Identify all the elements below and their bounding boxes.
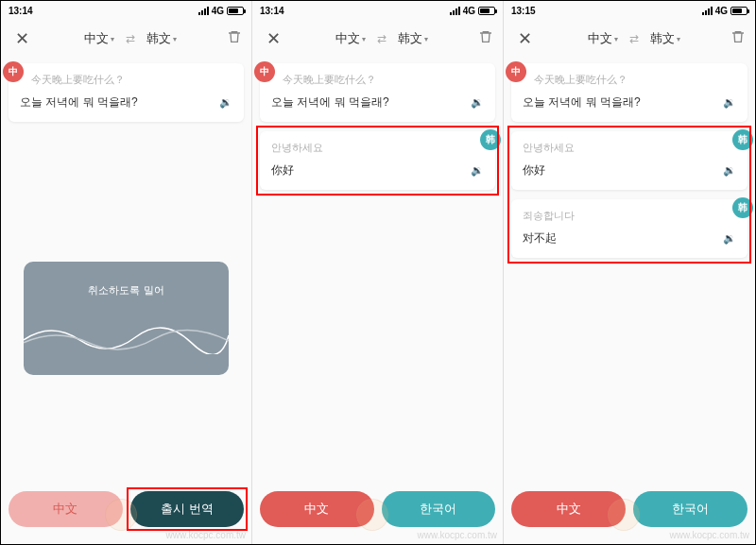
translation-row: 你好🔉	[523, 162, 736, 179]
close-icon[interactable]: ✕	[10, 24, 34, 54]
status-time: 13:14	[260, 6, 284, 16]
voice-cancel-label: 취소하도록 밀어	[88, 283, 163, 298]
translation-card[interactable]: 中今天晚上要吃什么？오늘 저녁에 뭐 먹을래?🔉	[511, 63, 747, 122]
swap-icon[interactable]: ⇄	[629, 32, 639, 45]
header: ✕中文▾⇄韩文▾	[504, 20, 755, 58]
translation-card[interactable]: 韩안녕하세요你好🔉	[511, 131, 747, 190]
trash-icon[interactable]	[227, 29, 242, 48]
speaker-icon[interactable]: 🔉	[723, 96, 736, 109]
source-text: 안녕하세요	[523, 141, 736, 155]
status-time: 13:14	[9, 6, 33, 16]
translation-row: 오늘 저녁에 뭐 먹을래?🔉	[523, 94, 736, 111]
translation-card[interactable]: 韩안녕하세요你好🔉	[260, 131, 495, 190]
chevron-down-icon: ▾	[111, 35, 114, 43]
watermark-logo	[608, 499, 640, 531]
status-right: 4G	[702, 6, 747, 16]
swap-icon[interactable]: ⇄	[126, 32, 135, 45]
lang-badge: 中	[3, 61, 24, 82]
network-label: 4G	[463, 6, 475, 16]
translation-row: 对不起🔉	[523, 230, 736, 247]
source-text: 今天晚上要吃什么？	[534, 73, 736, 87]
lang-to[interactable]: 韩文▾	[398, 30, 428, 47]
phone-screen: 13:144G✕中文▾⇄韩文▾中今天晚上要吃什么？오늘 저녁에 뭐 먹을래?🔉취…	[1, 1, 252, 544]
source-text: 今天晚上要吃什么？	[283, 73, 484, 87]
lang-badge: 中	[506, 61, 526, 82]
close-icon[interactable]: ✕	[262, 24, 285, 54]
lang-badge: 韩	[732, 129, 753, 150]
translation-card[interactable]: 中今天晚上要吃什么？오늘 저녁에 뭐 먹을래?🔉	[260, 63, 495, 122]
lang-badge: 韩	[732, 197, 753, 218]
swap-icon[interactable]: ⇄	[377, 32, 387, 45]
chevron-down-icon: ▾	[362, 35, 366, 43]
signal-icon	[198, 7, 209, 15]
chevron-down-icon: ▾	[173, 35, 177, 43]
speaker-icon[interactable]: 🔉	[723, 164, 736, 177]
translation-row: 오늘 저녁에 뭐 먹을래?🔉	[271, 94, 484, 111]
lang-from[interactable]: 中文▾	[588, 30, 618, 47]
status-bar: 13:144G	[1, 1, 251, 20]
phone-screen: 13:144G✕中文▾⇄韩文▾中今天晚上要吃什么？오늘 저녁에 뭐 먹을래?🔉韩…	[252, 1, 504, 544]
voice-button-right[interactable]: 한국어	[633, 491, 747, 527]
battery-icon	[730, 7, 747, 15]
chevron-down-icon: ▾	[614, 35, 618, 43]
status-bar: 13:154G	[504, 1, 755, 20]
phone-screen: 13:154G✕中文▾⇄韩文▾中今天晚上要吃什么？오늘 저녁에 뭐 먹을래?🔉韩…	[504, 1, 755, 544]
speaker-icon[interactable]: 🔉	[471, 164, 484, 177]
target-text: 오늘 저녁에 뭐 먹을래?	[523, 94, 641, 111]
battery-icon	[478, 7, 495, 15]
translation-row: 你好🔉	[271, 162, 484, 179]
content-area: 中今天晚上要吃什么？오늘 저녁에 뭐 먹을래?🔉韩안녕하세요你好🔉韩죄송합니다对…	[504, 58, 755, 544]
language-selector: 中文▾⇄韩文▾	[588, 30, 680, 47]
lang-from[interactable]: 中文▾	[335, 30, 366, 47]
battery-icon	[227, 7, 244, 15]
trash-icon[interactable]	[730, 29, 746, 48]
signal-icon	[702, 7, 713, 15]
target-text: 对不起	[523, 230, 557, 247]
watermark-logo	[105, 499, 137, 531]
status-right: 4G	[198, 6, 244, 16]
target-text: 오늘 저녁에 뭐 먹을래?	[20, 94, 138, 111]
lang-to[interactable]: 韩文▾	[146, 30, 177, 47]
status-time: 13:15	[511, 6, 536, 16]
signal-icon	[450, 7, 460, 15]
lang-from[interactable]: 中文▾	[84, 30, 114, 47]
status-right: 4G	[450, 6, 495, 16]
trash-icon[interactable]	[478, 29, 493, 48]
header: ✕中文▾⇄韩文▾	[1, 20, 251, 58]
target-text: 你好	[523, 162, 545, 179]
source-text: 안녕하세요	[271, 141, 484, 155]
source-text: 죄송합니다	[523, 209, 736, 223]
watermark-logo	[356, 499, 388, 531]
waveform-icon	[24, 316, 229, 354]
speaker-icon[interactable]: 🔉	[723, 232, 736, 245]
speaker-icon[interactable]: 🔉	[219, 96, 232, 109]
network-label: 4G	[715, 6, 728, 16]
content-area: 中今天晚上要吃什么？오늘 저녁에 뭐 먹을래?🔉韩안녕하세요你好🔉	[252, 58, 503, 544]
chevron-down-icon: ▾	[677, 35, 680, 43]
language-selector: 中文▾⇄韩文▾	[335, 30, 428, 47]
content-area: 中今天晚上要吃什么？오늘 저녁에 뭐 먹을래?🔉취소하도록 밀어	[1, 58, 251, 544]
voice-input-card[interactable]: 취소하도록 밀어	[24, 262, 229, 375]
target-text: 你好	[271, 162, 294, 179]
speaker-icon[interactable]: 🔉	[471, 96, 484, 109]
source-text: 今天晚上要吃什么？	[31, 73, 232, 87]
lang-badge: 韩	[480, 129, 501, 150]
chevron-down-icon: ▾	[424, 35, 428, 43]
target-text: 오늘 저녁에 뭐 먹을래?	[271, 94, 389, 111]
translation-card[interactable]: 中今天晚上要吃什么？오늘 저녁에 뭐 먹을래?🔉	[9, 63, 244, 122]
voice-button-right[interactable]: 한국어	[382, 491, 496, 527]
lang-to[interactable]: 韩文▾	[650, 30, 680, 47]
voice-button-right[interactable]: 출시 번역	[130, 491, 245, 527]
network-label: 4G	[212, 6, 224, 16]
translation-row: 오늘 저녁에 뭐 먹을래?🔉	[20, 94, 232, 111]
header: ✕中文▾⇄韩文▾	[252, 20, 503, 58]
close-icon[interactable]: ✕	[513, 24, 537, 54]
translation-card[interactable]: 韩죄송합니다对不起🔉	[511, 199, 747, 258]
lang-badge: 中	[254, 61, 275, 82]
status-bar: 13:144G	[252, 1, 503, 20]
language-selector: 中文▾⇄韩文▾	[84, 30, 177, 47]
